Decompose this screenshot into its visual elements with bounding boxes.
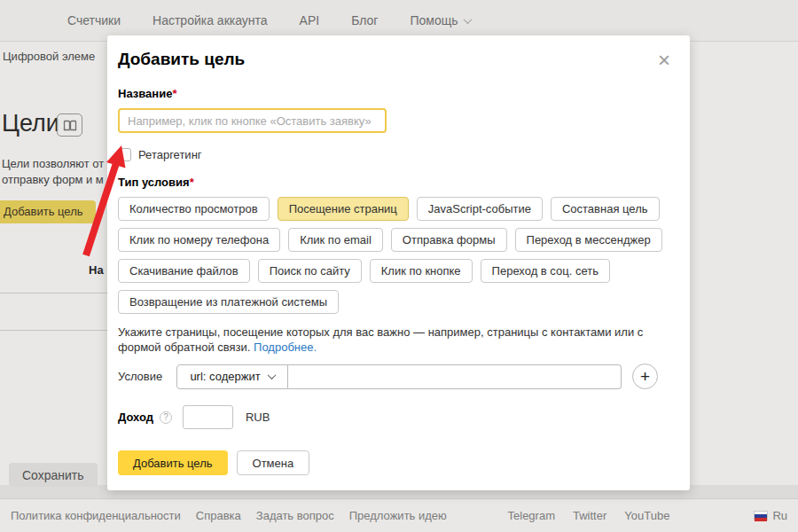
revenue-input[interactable] — [183, 405, 233, 429]
condition-label: Условие — [118, 370, 176, 383]
add-condition-button[interactable]: + — [632, 364, 658, 389]
condition-type-options: Количество просмотров Посещение страниц … — [118, 197, 679, 314]
retargeting-label: Ретаргетинг — [138, 148, 202, 161]
type-option-payment-return[interactable]: Возвращение из платежной системы — [118, 290, 339, 314]
name-label-text: Название — [118, 87, 172, 100]
nav-api[interactable]: API — [300, 13, 320, 27]
footer-help-link[interactable]: Справка — [196, 509, 241, 522]
submit-add-goal-button[interactable]: Добавить цель — [118, 450, 228, 475]
footer-twitter-link[interactable]: Twitter — [573, 509, 606, 522]
nav-account-settings[interactable]: Настройка аккаунта — [153, 13, 268, 27]
required-asterisk: * — [190, 176, 194, 189]
goals-description-line2: отправку форм и м — [2, 173, 104, 186]
table-row-divider — [0, 293, 108, 293]
condition-operator-select[interactable]: url: содержит — [176, 364, 288, 389]
goal-name-input[interactable] — [118, 108, 387, 133]
condition-type-label: Тип условия* — [118, 176, 679, 190]
footer-privacy-link[interactable]: Политика конфиденциальности — [11, 509, 181, 522]
goals-description-line1: Цели позволяют от — [2, 157, 104, 170]
type-option-file-download[interactable]: Скачивание файлов — [118, 259, 250, 283]
background-add-goal-button[interactable]: Добавить цель — [0, 200, 96, 223]
russian-flag-icon — [754, 511, 768, 520]
footer-suggest-idea-link[interactable]: Предложить идею — [349, 509, 447, 522]
table-row-divider — [0, 330, 108, 331]
language-switcher[interactable]: Ru — [754, 509, 787, 522]
page-visit-hint: Укажите страницы, посещение которых для … — [118, 325, 685, 355]
revenue-row: Доход ? RUB — [118, 405, 679, 429]
condition-value-input[interactable] — [288, 364, 622, 389]
cancel-button[interactable]: Отмена — [237, 450, 310, 475]
type-option-phone-click[interactable]: Клик по номеру телефона — [118, 228, 280, 252]
help-icon[interactable]: ? — [160, 411, 172, 424]
type-option-page-visit[interactable]: Посещение страниц — [278, 197, 409, 221]
close-icon[interactable]: × — [658, 50, 670, 71]
footer: Политика конфиденциальности Справка Зада… — [0, 498, 798, 532]
footer-telegram-link[interactable]: Telegram — [508, 509, 555, 522]
nav-counters[interactable]: Счетчики — [67, 13, 121, 27]
language-label: Ru — [772, 509, 787, 522]
save-button[interactable]: Сохранить — [9, 463, 98, 487]
page-title: Цели — [2, 110, 59, 137]
type-option-social-network[interactable]: Переход в соц. сеть — [481, 259, 610, 283]
revenue-label: Доход — [118, 411, 153, 424]
chevron-down-icon — [267, 371, 276, 379]
chevron-down-icon — [463, 15, 472, 24]
type-label-text: Тип условия — [118, 176, 190, 189]
type-option-messenger[interactable]: Переход в мессенджер — [515, 228, 662, 252]
modal-title: Добавить цель — [118, 50, 679, 71]
type-option-site-search[interactable]: Поиск по сайту — [258, 259, 362, 283]
type-option-js-event[interactable]: JavaScript-событие — [417, 197, 543, 221]
learn-more-link[interactable]: Подробнее. — [254, 340, 317, 354]
type-option-pageviews[interactable]: Количество просмотров — [118, 197, 270, 221]
condition-row: Условие url: содержит + — [118, 364, 679, 389]
condition-operator-value: url: содержит — [190, 370, 260, 383]
breadcrumb: Цифровой элеме — [3, 50, 95, 63]
nav-help[interactable]: Помощь — [410, 13, 470, 27]
currency-label: RUB — [246, 411, 270, 424]
name-field-label: Название* — [118, 87, 679, 101]
footer-youtube-link[interactable]: YouTube — [624, 509, 669, 522]
type-option-composite[interactable]: Составная цель — [551, 197, 660, 221]
required-asterisk: * — [172, 87, 176, 100]
type-option-email-click[interactable]: Клик по email — [288, 228, 383, 252]
retargeting-checkbox[interactable] — [118, 148, 131, 161]
docs-book-button[interactable] — [57, 113, 82, 137]
type-option-form-submit[interactable]: Отправка формы — [391, 228, 507, 252]
nav-blog[interactable]: Блог — [351, 13, 378, 27]
type-option-button-click[interactable]: Клик по кнопке — [370, 259, 473, 283]
book-icon — [63, 120, 77, 131]
goals-table-header: На — [89, 263, 104, 277]
nav-help-label: Помощь — [410, 13, 458, 27]
hint-text: Укажите страницы, посещение которых для … — [118, 325, 643, 354]
footer-ask-question-link[interactable]: Задать вопрос — [256, 509, 334, 522]
modal-actions: Добавить цель Отмена — [118, 450, 679, 475]
add-goal-modal: Добавить цель × Название* Ретаргетинг Ти… — [107, 35, 690, 490]
